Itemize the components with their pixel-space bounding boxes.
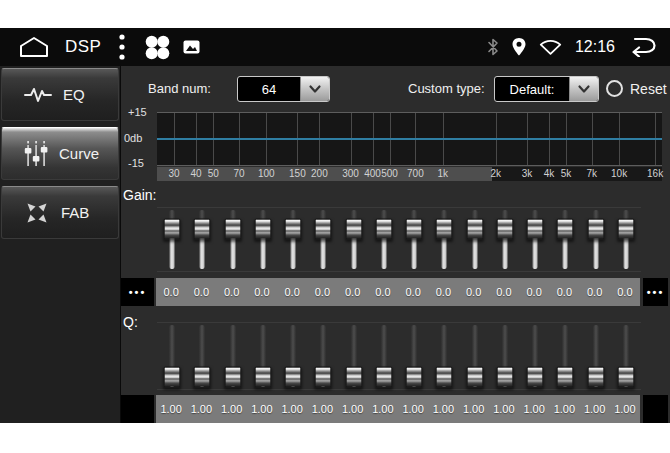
apps-clover-icon[interactable]	[145, 35, 170, 60]
gain-slider-6[interactable]	[308, 208, 338, 271]
gain-slider-4[interactable]	[248, 208, 278, 271]
q-slider-5[interactable]	[278, 323, 308, 389]
gain-slider-knob[interactable]	[375, 219, 392, 240]
sidebar-item-fab[interactable]: FAB	[1, 186, 119, 239]
q-slider-knob[interactable]	[466, 367, 483, 388]
freq-tick-label: 1k	[437, 168, 448, 179]
q-slider-knob[interactable]	[375, 367, 392, 388]
gain-slider-9[interactable]	[399, 208, 429, 271]
reset-label: Reset	[630, 76, 667, 102]
q-slider-1[interactable]	[157, 323, 187, 389]
gain-label: Gain:	[123, 187, 156, 203]
q-slider-8[interactable]	[369, 323, 399, 389]
q-slider-15[interactable]	[581, 323, 611, 389]
q-slider-knob[interactable]	[254, 367, 271, 388]
q-slider-knob[interactable]	[164, 367, 181, 388]
q-slider-knob[interactable]	[406, 367, 423, 388]
q-value-3: 1.00	[217, 395, 247, 423]
gain-slider-1[interactable]	[157, 208, 187, 271]
custom-type-dropdown[interactable]: Default:	[494, 76, 599, 102]
q-slider-knob[interactable]	[617, 367, 634, 388]
gain-slider-2[interactable]	[187, 208, 217, 271]
gain-slider-knob[interactable]	[436, 219, 453, 240]
sidebar-item-label: EQ	[63, 86, 85, 103]
q-slider-knob[interactable]	[587, 367, 604, 388]
freq-tick-label: 50	[208, 168, 219, 179]
overflow-menu-icon[interactable]	[119, 34, 125, 60]
q-value-10: 1.00	[428, 395, 458, 423]
sidebar-item-label: FAB	[61, 204, 89, 221]
gain-slider-16[interactable]	[611, 208, 641, 271]
q-slider-knob[interactable]	[224, 367, 241, 388]
gain-more-right-button[interactable]: •••	[643, 278, 668, 306]
gain-slider-12[interactable]	[490, 208, 520, 271]
gain-slider-knob[interactable]	[557, 219, 574, 240]
gain-slider-knob[interactable]	[254, 219, 271, 240]
gain-slider-knob[interactable]	[164, 219, 181, 240]
gain-slider-13[interactable]	[520, 208, 550, 271]
gain-slider-knob[interactable]	[527, 219, 544, 240]
gain-slider-knob[interactable]	[496, 219, 513, 240]
sidebar-item-curve[interactable]: Curve	[1, 127, 119, 180]
gain-slider-knob[interactable]	[587, 219, 604, 240]
freq-tick-label: 2k	[491, 168, 502, 179]
q-slider-7[interactable]	[339, 323, 369, 389]
dsp-app: EQ Curve	[0, 66, 670, 423]
q-slider-knob[interactable]	[345, 367, 362, 388]
gain-values-row: ••• 0.00.00.00.00.00.00.00.00.00.00.00.0…	[121, 278, 670, 306]
q-slider-11[interactable]	[460, 323, 490, 389]
q-value-12: 1.00	[489, 395, 519, 423]
back-icon[interactable]	[628, 37, 657, 57]
q-value-15: 1.00	[580, 395, 610, 423]
q-slider-4[interactable]	[248, 323, 278, 389]
chevron-down-icon[interactable]	[569, 77, 598, 101]
gain-slider-8[interactable]	[369, 208, 399, 271]
q-slider-3[interactable]	[218, 323, 248, 389]
sidebar-item-eq[interactable]: EQ	[1, 68, 119, 121]
q-slider-9[interactable]	[399, 323, 429, 389]
freq-scale[interactable]: 304050701001502003004005007001k2k3k4k5k7…	[157, 167, 662, 181]
gain-slider-11[interactable]	[460, 208, 490, 271]
q-slider-knob[interactable]	[496, 367, 513, 388]
gain-slider-14[interactable]	[550, 208, 580, 271]
q-slider-13[interactable]	[520, 323, 550, 389]
q-slider-knob[interactable]	[527, 367, 544, 388]
reset-radio-button[interactable]	[606, 80, 623, 97]
gain-slider-knob[interactable]	[406, 219, 423, 240]
gain-value-11: 0.0	[459, 278, 489, 306]
zero-db-line	[157, 138, 662, 140]
gallery-icon[interactable]	[183, 40, 200, 54]
gain-slider-knob[interactable]	[345, 219, 362, 240]
q-slider-6[interactable]	[308, 323, 338, 389]
q-slider-2[interactable]	[187, 323, 217, 389]
gain-more-left-button[interactable]: •••	[121, 278, 154, 306]
q-slider-knob[interactable]	[315, 367, 332, 388]
freq-tick-label: 7k	[587, 168, 598, 179]
gain-slider-5[interactable]	[278, 208, 308, 271]
home-icon[interactable]	[19, 36, 49, 58]
chevron-down-icon[interactable]	[300, 77, 329, 101]
gain-slider-knob[interactable]	[285, 219, 302, 240]
gain-slider-knob[interactable]	[315, 219, 332, 240]
gain-slider-15[interactable]	[581, 208, 611, 271]
gain-value-7: 0.0	[338, 278, 368, 306]
q-slider-16[interactable]	[611, 323, 641, 389]
q-slider-14[interactable]	[550, 323, 580, 389]
q-slider-knob[interactable]	[557, 367, 574, 388]
gain-slider-knob[interactable]	[224, 219, 241, 240]
q-slider-10[interactable]	[429, 323, 459, 389]
gain-slider-7[interactable]	[339, 208, 369, 271]
gain-slider-3[interactable]	[218, 208, 248, 271]
q-slider-knob[interactable]	[285, 367, 302, 388]
gain-slider-knob[interactable]	[194, 219, 211, 240]
gain-slider-knob[interactable]	[466, 219, 483, 240]
band-num-dropdown[interactable]: 64	[237, 76, 330, 102]
gain-value-5: 0.0	[277, 278, 307, 306]
gain-slider-10[interactable]	[429, 208, 459, 271]
q-slider-12[interactable]	[490, 323, 520, 389]
q-slider-knob[interactable]	[194, 367, 211, 388]
q-value-8: 1.00	[368, 395, 398, 423]
q-value-7: 1.00	[338, 395, 368, 423]
q-slider-knob[interactable]	[436, 367, 453, 388]
gain-slider-knob[interactable]	[617, 219, 634, 240]
